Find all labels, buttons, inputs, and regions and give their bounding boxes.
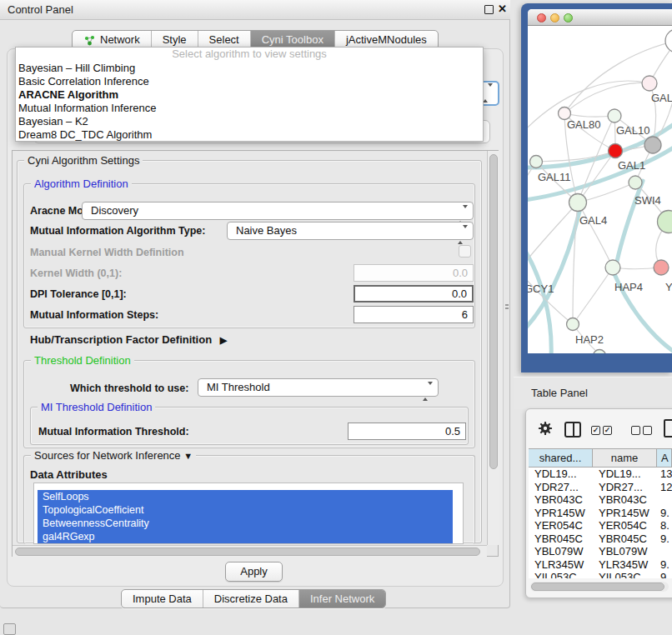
tab-discretize-data[interactable]: Discretize Data [203,590,299,608]
data-attributes-list[interactable]: SelfLoopsTopologicalCoefficientBetweenne… [33,482,464,544]
table-row[interactable]: YLR345WYLR345W9. [529,558,672,572]
stepper-icon [483,87,493,99]
attribute-item-selected[interactable]: SelfLoops [38,490,453,503]
checkbox-unchecked-icon[interactable] [631,426,640,435]
checkbox-unchecked-icon[interactable] [643,426,652,435]
table-row[interactable]: YDR27...YDR27...12 [529,481,672,494]
cyni-bottom-tabs: Impute DataDiscretize DataInfer Network [121,589,386,608]
node-label: GAL11 [538,171,571,183]
table-header-row: shared...nameA [529,448,672,468]
table-cell: YBR043C [593,493,657,507]
table-row[interactable]: YBL079WYBL079W [529,545,672,558]
column-header[interactable]: A [657,449,672,467]
algorithm-option[interactable]: Dream8 DC_TDC Algorithm [16,128,483,142]
dpi-tolerance-input[interactable]: 0.0 [354,285,474,302]
node-label: GAL [651,92,672,104]
table-panel-title: Table Panel [531,387,588,399]
table-row[interactable]: YBR043CYBR043C [529,493,672,507]
attribute-item-selected[interactable]: TopologicalCoefficient [38,503,453,517]
document-icon[interactable] [664,419,672,438]
algorithm-option[interactable]: Bayesian – K2 [16,115,483,128]
mac-close-icon[interactable] [537,13,546,22]
float-window-icon[interactable] [484,5,494,14]
network-edge [564,113,614,117]
chevron-down-icon[interactable]: ▼ [183,451,193,461]
application-root: Control Panel ✕ NetworkStyleSelectCyni T… [0,0,672,635]
checkbox-checked-icon[interactable]: ✓ [591,426,600,435]
scrollbar-thumb[interactable] [531,582,664,591]
table-horizontal-scrollbar[interactable] [530,582,669,592]
scrollbar-thumb[interactable] [15,548,480,556]
network-node[interactable] [644,137,661,153]
table-cell [657,545,672,558]
manual-kernel-width-checkbox[interactable] [459,245,471,258]
network-view-inner: GALGAL80GAL10GAL1GAL11SWI4GAL4HAP4YGCY1H… [528,9,672,353]
settings-vertical-scrollbar[interactable] [487,151,499,545]
network-node-gal1[interactable] [609,144,623,158]
mac-minimize-icon[interactable] [550,13,559,22]
network-node-gal11[interactable] [530,156,543,168]
mac-zoom-icon[interactable] [564,13,573,22]
attribute-item-selected[interactable]: BetweennessCentrality [38,517,453,530]
table-row[interactable]: YDL19...YDL19...13 [529,468,672,481]
control-panel-titlebar[interactable]: Control Panel ✕ [0,0,510,20]
attribute-item-selected[interactable]: gal4RGexp [38,530,453,543]
tab-label: Infer Network [310,590,374,608]
algorithm-option[interactable]: ARACNE Algorithm [16,88,483,102]
table-row[interactable]: YPR145WYPR145W9. [529,507,672,520]
table-cell: YER054C [593,519,657,532]
network-node[interactable] [665,29,672,52]
column-header[interactable]: name [593,449,657,467]
network-window-titlebar[interactable] [528,9,672,26]
table-row[interactable]: YIL053CYIL053C9. [529,571,672,578]
network-node-hap2[interactable] [567,318,579,331]
mi-algorithm-type-select[interactable]: Naive Bayes [227,222,474,240]
algorithm-option[interactable]: Mutual Information Inference [16,102,483,115]
data-attributes-label: Data Attributes [30,468,108,481]
table-cell: 9. [657,507,672,520]
network-node-swi4[interactable] [629,176,642,189]
scrollbar-thumb[interactable] [489,154,498,469]
close-icon[interactable]: ✕ [498,2,507,15]
hub-definition-expander[interactable]: Hub/Transcription Factor Definition ▶ [30,333,227,346]
table-cell: YIL053C [529,571,593,578]
column-view-icon[interactable] [564,422,581,438]
table-cell: YPR145W [593,507,657,520]
algorithm-options: Bayesian – Hill ClimbingBasic Correlatio… [16,62,483,142]
node-label: GAL4 [579,214,607,227]
node-label: SWI4 [634,194,661,207]
network-node-hap4[interactable] [605,260,620,275]
algorithm-option[interactable]: Basic Correlation Inference [16,75,483,88]
table-row[interactable]: YER054CYER054C8. [529,519,672,532]
mi-steps-input[interactable]: 6 [354,306,474,323]
checkbox-checked-icon[interactable]: ✓ [603,426,612,435]
table-row[interactable]: YBR045CYBR045C9. [529,532,672,546]
gear-icon[interactable] [538,421,553,436]
mi-threshold-input[interactable]: 0.5 [348,422,466,440]
tab-impute-data[interactable]: Impute Data [122,590,203,608]
column-header[interactable]: shared... [529,449,593,467]
mi-threshold-definition-title: MI Threshold Definition [38,401,155,413]
dock-panel-icon[interactable] [3,623,16,635]
kernel-width-input[interactable]: 0.0 [354,264,474,282]
network-node-gal10[interactable] [608,109,621,122]
sources-title-text: Sources for Network Inference [34,449,181,462]
network-node-gal[interactable] [642,76,657,91]
network-node-gal4[interactable] [569,194,587,212]
apply-button[interactable]: Apply [225,562,283,582]
table-panel-titlebar[interactable]: Table Panel [514,377,672,409]
node-label: Y [665,281,672,293]
network-canvas[interactable]: GALGAL80GAL10GAL1GAL11SWI4GAL4HAP4YGCY1H… [528,26,672,353]
settings-horizontal-scrollbar[interactable] [13,545,487,557]
which-threshold-select[interactable]: MI Threshold [198,378,439,397]
network-node-y[interactable] [654,260,669,275]
aracne-mode-select[interactable]: Discovery [82,202,474,220]
network-icon [83,34,96,46]
mi-algorithm-type-label: Mutual Information Algorithm Type: [30,225,205,237]
panel-divider-handle[interactable] [505,304,509,312]
network-node[interactable] [658,211,672,233]
algorithm-option[interactable]: Bayesian – Hill Climbing [16,62,483,75]
tab-infer-network[interactable]: Infer Network [299,590,385,608]
network-edge [564,83,649,113]
which-threshold-label: Which threshold to use: [70,382,188,394]
